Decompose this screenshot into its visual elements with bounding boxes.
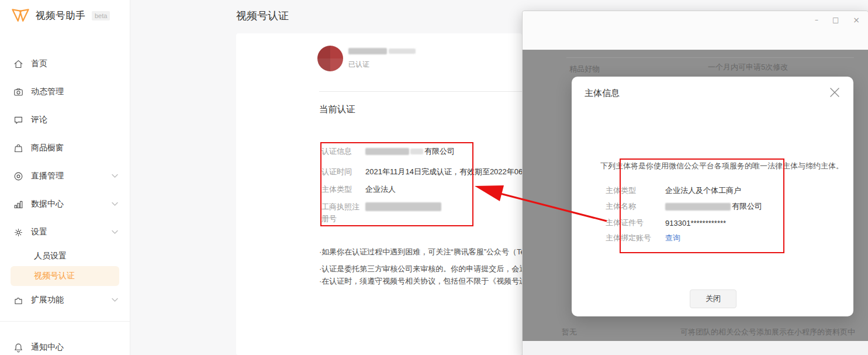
page-title: 视频号认证 xyxy=(236,9,289,23)
sidebar-item-notification-center[interactable]: 通知中心 xyxy=(0,333,130,355)
sidebar-divider xyxy=(0,321,130,322)
channels-logo-icon xyxy=(11,8,30,23)
sidebar-item-moments[interactable]: 动态管理 xyxy=(0,78,130,106)
sidebar-item-home[interactable]: 首页 xyxy=(0,50,130,78)
cert-row-info: 认证信息 有限公司 xyxy=(321,146,455,157)
window-footer xyxy=(523,341,868,355)
app-logo-row: 视频号助手 beta xyxy=(11,8,110,23)
home-icon xyxy=(13,58,24,70)
close-icon[interactable] xyxy=(829,87,841,98)
comment-icon xyxy=(13,115,24,126)
redacted-text xyxy=(365,202,441,211)
sidebar-item-data-center[interactable]: 数据中心 xyxy=(0,190,130,218)
sidebar-item-settings[interactable]: 设置 xyxy=(0,218,130,246)
window-controls: – □ × xyxy=(815,15,860,25)
modal-title: 主体信息 xyxy=(585,88,620,99)
query-link[interactable]: 查询 xyxy=(665,233,680,243)
modal-row-subject-id: 主体证件号 913301************ xyxy=(606,218,726,228)
modal-intro-text: 下列主体将是你使用微信公众平台各项服务的唯一法律主体与缔约主体。 xyxy=(600,161,843,171)
sidebar-subitem-channel-certification[interactable]: 视频号认证 xyxy=(11,266,119,286)
redacted-account-name xyxy=(348,48,387,54)
bell-icon xyxy=(13,342,24,353)
beta-badge: beta xyxy=(92,11,110,20)
subject-info-modal: 主体信息 下列主体将是你使用微信公众平台各项服务的唯一法律主体与缔约主体。 主体… xyxy=(572,77,853,316)
sidebar-item-shop-window[interactable]: 商品橱窗 xyxy=(0,134,130,162)
redacted-account-name xyxy=(389,49,416,54)
gear-icon xyxy=(13,227,24,238)
redacted-text xyxy=(410,149,423,154)
minimize-button[interactable]: – xyxy=(815,15,818,25)
cert-row-time: 认证时间 2021年11月14日完成认证，有效期至2022年06月11日 xyxy=(321,167,546,177)
certification-card: 已认证 当前认证 认证信息 有限公司 认证时间 2021年11月14日完成认证，… xyxy=(236,33,522,355)
window-titlebar: – □ × xyxy=(523,11,868,50)
chevron-down-icon xyxy=(112,202,118,206)
close-modal-button[interactable]: 关闭 xyxy=(690,289,736,308)
maximize-button[interactable]: □ xyxy=(832,15,839,25)
bar-chart-icon xyxy=(13,199,24,210)
section-title: 当前认证 xyxy=(319,104,355,116)
note-line: ·如果你在认证过程中遇到困难，可关注“腾讯客服”公众号（Tencent_ xyxy=(319,247,548,257)
puzzle-icon xyxy=(13,295,24,306)
dimmed-label: 可将团队的相关公众号添加展示在小程序的资料页中 xyxy=(680,327,855,337)
cert-row-license-no: 工商执照注册号 xyxy=(321,201,441,225)
chevron-down-icon xyxy=(112,230,118,235)
floating-window: – □ × 精品好物 一个月内可申请5次修改 暂无 可将团队的相关公众号添加展示… xyxy=(522,11,868,355)
modal-row-subject-name: 主体名称 有限公司 xyxy=(606,201,762,212)
dimmed-label: 一个月内可申请5次修改 xyxy=(708,62,788,73)
dimmed-label: 精品好物 xyxy=(569,64,600,74)
sidebar-nav: 首页 动态管理 评论 商品橱窗 直播管理 数据中心 设置 xyxy=(0,50,130,355)
sidebar-item-live[interactable]: 直播管理 xyxy=(0,162,130,190)
avatar xyxy=(317,46,343,71)
app-title: 视频号助手 xyxy=(36,9,85,22)
close-window-button[interactable]: × xyxy=(853,15,860,25)
modal-row-subject-type: 主体类型 企业法人及个体工商户 xyxy=(606,185,741,196)
camera-icon xyxy=(13,87,24,98)
sidebar-subitem-staff-settings[interactable]: 人员设置 xyxy=(11,246,119,266)
dimmed-label: 暂无 xyxy=(562,327,577,337)
redacted-text xyxy=(665,203,731,211)
sidebar-item-extensions[interactable]: 扩展功能 xyxy=(0,286,130,314)
status-badge: 已认证 xyxy=(348,60,369,70)
sidebar: 视频号助手 beta 首页 动态管理 评论 商品橱窗 直播管理 数据中心 xyxy=(0,0,130,355)
redacted-text xyxy=(365,148,409,155)
sidebar-item-comments[interactable]: 评论 xyxy=(0,106,130,134)
chevron-down-icon xyxy=(112,298,118,302)
dim-divider xyxy=(566,57,854,58)
live-record-icon xyxy=(13,171,24,182)
modal-row-bound-account: 主体绑定账号 查询 xyxy=(606,233,680,243)
chevron-down-icon xyxy=(112,174,118,178)
shopping-bag-icon xyxy=(13,143,24,154)
cert-row-subject-type: 主体类型 企业法人 xyxy=(321,184,396,195)
divider xyxy=(319,91,522,92)
